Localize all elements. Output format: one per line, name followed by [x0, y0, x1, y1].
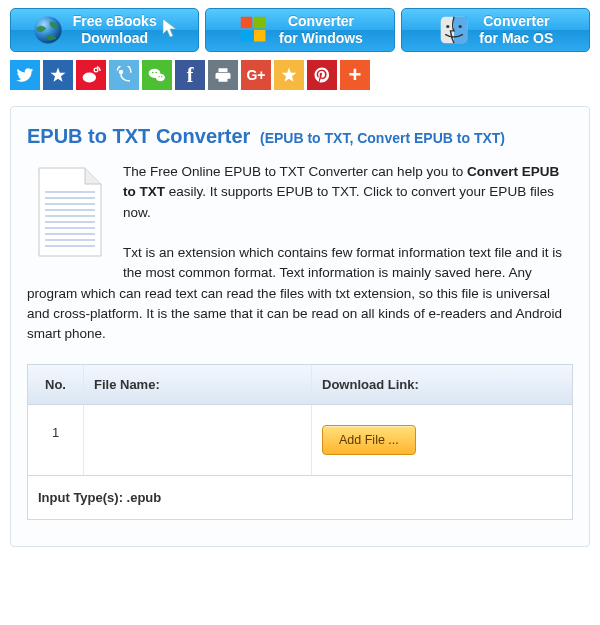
share-bar: f G+ +	[0, 58, 600, 100]
table-header-row: No. File Name: Download Link:	[28, 365, 572, 405]
svg-rect-1	[241, 17, 252, 28]
macos-finder-icon	[437, 13, 471, 47]
table-row: 1 Add File ...	[28, 405, 572, 475]
tencent-weibo-icon[interactable]	[109, 60, 139, 90]
svg-rect-3	[241, 30, 252, 41]
file-table: No. File Name: Download Link: 1 Add File…	[27, 364, 573, 520]
svg-rect-4	[254, 30, 265, 41]
svg-point-12	[156, 74, 165, 82]
more-share-icon[interactable]: +	[340, 60, 370, 90]
facebook-icon[interactable]: f	[175, 60, 205, 90]
button-label: Converterfor Windows	[279, 13, 363, 47]
page-title: EPUB to TXT Converter	[27, 125, 250, 147]
text-file-icon	[31, 164, 109, 260]
svg-point-7	[459, 25, 462, 28]
svg-point-10	[119, 70, 124, 75]
col-filename-header: File Name:	[84, 365, 312, 404]
col-no-header: No.	[28, 365, 84, 404]
table-footer: Input Type(s): .epub	[28, 475, 572, 519]
converter-macos-button[interactable]: Converterfor Mac OS	[401, 8, 590, 52]
cell-download: Add File ...	[312, 405, 572, 475]
windows-icon	[237, 13, 271, 47]
twitter-icon[interactable]	[10, 60, 40, 90]
qzone-star-icon[interactable]	[43, 60, 73, 90]
button-label: Converterfor Mac OS	[479, 13, 553, 47]
button-label: Free eBooksDownload	[73, 13, 157, 47]
weibo-icon[interactable]	[76, 60, 106, 90]
converter-windows-button[interactable]: Converterfor Windows	[205, 8, 394, 52]
svg-point-9	[94, 68, 98, 72]
free-ebooks-download-button[interactable]: Free eBooksDownload	[10, 8, 199, 52]
cursor-icon	[161, 17, 179, 43]
add-file-button[interactable]: Add File ...	[322, 425, 416, 455]
page-subtitle: (EPUB to TXT, Convert EPUB to TXT)	[260, 130, 505, 146]
col-download-header: Download Link:	[312, 365, 572, 404]
svg-point-6	[447, 25, 450, 28]
wechat-icon[interactable]	[142, 60, 172, 90]
page-title-row: EPUB to TXT Converter (EPUB to TXT, Conv…	[27, 125, 573, 148]
content-panel: EPUB to TXT Converter (EPUB to TXT, Conv…	[10, 106, 590, 547]
cell-filename	[84, 405, 312, 475]
svg-point-15	[158, 76, 159, 77]
print-icon[interactable]	[208, 60, 238, 90]
svg-point-16	[161, 76, 162, 77]
cell-no: 1	[28, 405, 84, 475]
svg-point-14	[155, 72, 157, 74]
star-icon[interactable]	[274, 60, 304, 90]
svg-point-13	[152, 72, 154, 74]
globe-icon	[31, 13, 65, 47]
googleplus-icon[interactable]: G+	[241, 60, 271, 90]
pinterest-icon[interactable]	[307, 60, 337, 90]
top-buttons-row: Free eBooksDownload Converterfor Windows…	[0, 0, 600, 58]
svg-point-8	[83, 73, 96, 83]
intro-text: The Free Online EPUB to TXT Converter ca…	[27, 162, 573, 344]
svg-rect-2	[254, 17, 265, 28]
